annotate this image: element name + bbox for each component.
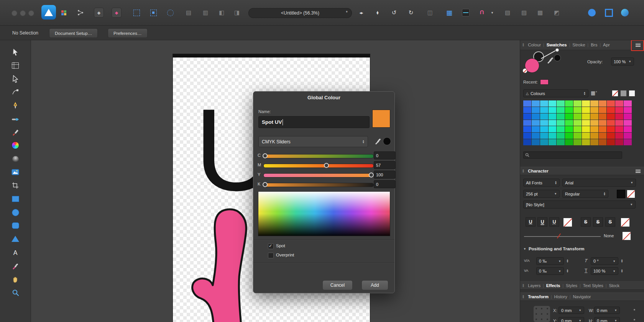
palette-swatch[interactable] xyxy=(565,133,573,139)
strike-button-1[interactable]: S xyxy=(581,217,591,227)
palette-swatch[interactable] xyxy=(523,139,531,145)
palette-swatch[interactable] xyxy=(573,120,582,126)
palette-swatch[interactable] xyxy=(532,133,540,139)
duplicate-icon[interactable]: ◫ xyxy=(425,7,435,18)
palette-swatch[interactable] xyxy=(565,113,573,120)
slider-track[interactable] xyxy=(263,164,374,168)
palette-swatch[interactable] xyxy=(573,139,582,145)
kerning-stepper[interactable]: ▲▼ xyxy=(565,257,570,265)
artistic-text-tool[interactable]: A xyxy=(10,248,21,258)
palette-swatch[interactable] xyxy=(615,113,623,120)
x-field[interactable]: 0 mm ▼ xyxy=(559,307,584,314)
slider-track[interactable] xyxy=(263,183,374,187)
pixel-persona-icon[interactable] xyxy=(58,7,69,18)
palette-swatch[interactable] xyxy=(557,139,565,145)
palette-swatch[interactable] xyxy=(540,120,548,126)
secondary-colour-dot[interactable] xyxy=(554,54,561,61)
flip-horizontal-icon[interactable]: ◂▸ xyxy=(356,7,366,18)
palette-swatch[interactable] xyxy=(615,133,623,139)
studio-drag-handle[interactable]: ‖ xyxy=(522,284,524,288)
baseline-stepper[interactable]: ▲▼ xyxy=(620,267,624,275)
underline-none-swatch[interactable] xyxy=(563,218,572,227)
palette-swatch[interactable] xyxy=(624,139,632,145)
strike-button-3[interactable]: S xyxy=(605,217,615,227)
snapping-caret-icon[interactable]: ▾ xyxy=(487,7,498,18)
palette-swatch[interactable] xyxy=(590,100,598,107)
palette-swatch[interactable] xyxy=(523,107,531,113)
y-field[interactable]: 0 mm ▼ xyxy=(559,317,584,322)
tab-brs[interactable]: Brs xyxy=(591,43,597,47)
palette-swatch[interactable] xyxy=(624,133,632,139)
toolbar-misc-icon-8[interactable]: ◩ xyxy=(551,7,562,18)
persona-badge-2[interactable]: ◆ xyxy=(111,7,122,18)
palette-swatch[interactable] xyxy=(557,133,565,139)
none-swatch-small[interactable] xyxy=(522,68,527,73)
stroke-swatch-icon[interactable] xyxy=(603,7,614,18)
tab-swatches[interactable]: Swatches xyxy=(547,43,567,47)
strike-none-swatch[interactable] xyxy=(621,218,630,227)
palette-swatch[interactable] xyxy=(582,107,590,113)
vector-brush-tool[interactable] xyxy=(10,114,21,125)
palette-swatch[interactable] xyxy=(582,113,590,120)
palette-swatch[interactable] xyxy=(599,126,607,132)
palette-swatch[interactable] xyxy=(624,126,632,132)
palette-swatch[interactable] xyxy=(582,100,590,107)
palette-swatch[interactable] xyxy=(573,100,582,107)
move-tool[interactable] xyxy=(10,47,21,58)
palette-swatch[interactable] xyxy=(582,139,590,145)
palette-swatch[interactable] xyxy=(590,120,598,126)
font-family-dropdown[interactable]: Arial ▼ xyxy=(562,179,636,187)
palette-swatch[interactable] xyxy=(599,100,607,107)
ellipse-tool[interactable] xyxy=(10,207,21,218)
dialog-eyedropper-icon[interactable] xyxy=(375,138,381,146)
tab-stock[interactable]: Stock xyxy=(609,283,619,288)
slider-knob[interactable] xyxy=(263,153,268,158)
palette-swatch[interactable] xyxy=(565,139,573,145)
zoom-tool[interactable] xyxy=(10,287,21,298)
tab-navigator[interactable]: Navigator xyxy=(573,294,591,299)
palette-swatch[interactable] xyxy=(565,107,573,113)
palette-swatch[interactable] xyxy=(565,126,573,132)
palette-swatch[interactable] xyxy=(532,126,540,132)
traffic-zoom[interactable] xyxy=(28,10,34,16)
tab-stroke[interactable]: Stroke xyxy=(572,43,585,47)
marquee-icon-3[interactable] xyxy=(165,7,176,18)
palette-swatch[interactable] xyxy=(565,100,573,107)
palette-swatch[interactable] xyxy=(615,139,623,145)
nav-drag-handle[interactable]: ‖ xyxy=(522,295,524,299)
palette-swatch[interactable] xyxy=(523,100,531,107)
palette-swatch[interactable] xyxy=(549,139,557,145)
text-style-dropdown[interactable]: [No Style] ▼ xyxy=(523,200,636,209)
palette-swatch[interactable] xyxy=(532,139,540,145)
flip-vertical-icon[interactable]: ◂▸ xyxy=(373,7,383,18)
slider-value[interactable]: 100 xyxy=(374,171,396,179)
palette-swatch[interactable] xyxy=(557,113,565,120)
palette-swatch[interactable] xyxy=(573,113,582,120)
palette-swatch[interactable] xyxy=(615,120,623,126)
toolbar-misc-icon-2[interactable]: ▥ xyxy=(200,7,211,18)
overprint-checkbox[interactable] xyxy=(268,253,274,258)
place-image-tool[interactable] xyxy=(10,167,21,177)
palette-swatch[interactable] xyxy=(582,120,590,126)
palette-dropdown[interactable]: △ Colours ▲▼ xyxy=(523,89,588,97)
recent-swatch[interactable] xyxy=(540,79,549,85)
w-field[interactable]: 0 mm ▼ xyxy=(594,307,620,314)
snapping-icon[interactable] xyxy=(460,7,471,18)
toolbar-misc-icon-5[interactable]: ▧ xyxy=(502,7,513,18)
swatch-search[interactable] xyxy=(523,151,622,159)
spectrum-picker[interactable] xyxy=(258,191,390,236)
character-menu-icon[interactable] xyxy=(636,169,641,173)
slider-value[interactable]: 57 xyxy=(374,161,396,169)
font-size-dropdown[interactable]: 256 pt ▼ xyxy=(523,190,560,198)
palette-swatch[interactable] xyxy=(599,133,607,139)
gradient-handle-dot[interactable] xyxy=(555,48,559,52)
rotate-ccw-icon[interactable]: ↺ xyxy=(389,7,399,18)
paint-brush-tool[interactable] xyxy=(10,127,21,138)
palette-swatch[interactable] xyxy=(549,120,557,126)
name-input[interactable]: Spot UV xyxy=(258,116,370,128)
baseline-field[interactable]: 100 % ▼ xyxy=(591,267,618,275)
slider-knob[interactable] xyxy=(369,172,374,177)
mini-white-swatch[interactable] xyxy=(629,90,635,97)
view-tool[interactable] xyxy=(10,274,21,285)
decoration-none-swatch[interactable] xyxy=(622,232,631,240)
